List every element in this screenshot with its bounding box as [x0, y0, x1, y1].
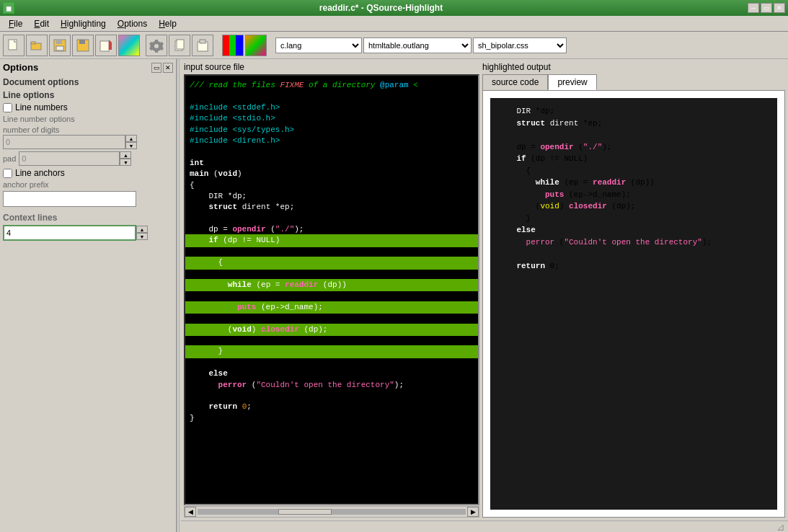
pad-input[interactable]: 0	[19, 151, 120, 166]
save-button[interactable]	[49, 35, 71, 56]
menu-highlighting[interactable]: Highlighting	[55, 17, 112, 30]
svg-rect-5	[56, 40, 62, 44]
pad-spinbox: 0 ▲ ▼	[19, 151, 131, 166]
context-lines-label: Context lines	[3, 213, 173, 223]
svg-rect-3	[31, 42, 35, 44]
output-panel: highlighted output source code preview D…	[482, 62, 785, 518]
input-panel-label: input source file	[184, 62, 479, 72]
panel-close-button[interactable]: ✕	[163, 63, 173, 73]
resize-icon: ⊿	[776, 521, 785, 533]
app-icon: ◼	[3, 2, 14, 14]
svg-rect-10	[109, 43, 112, 50]
window-controls: ─ ▭ ✕	[748, 3, 785, 13]
scroll-right-button[interactable]: ▶	[467, 507, 479, 517]
copy-button[interactable]	[169, 35, 190, 56]
scroll-track[interactable]	[198, 509, 466, 515]
pad-down-button[interactable]: ▼	[120, 159, 131, 166]
outlang-combo[interactable]: htmltable.outlang	[363, 37, 472, 53]
window-title: readdir.c* - QSource-Highlight	[14, 3, 748, 13]
svg-rect-8	[79, 40, 85, 44]
new-button[interactable]	[3, 35, 25, 56]
context-down-button[interactable]: ▼	[136, 233, 148, 240]
digits-down-button[interactable]: ▼	[125, 142, 137, 149]
input-code: /// read the files FIXME of a directory …	[185, 76, 478, 428]
svg-rect-9	[100, 41, 109, 51]
line-numbers-label: Line numbers	[15, 102, 68, 112]
css-combo[interactable]: sh_bipolar.css	[473, 37, 567, 53]
options-panel: Options ▭ ✕ Document options Line option…	[0, 59, 177, 532]
digits-label: number of digits	[3, 125, 173, 134]
titlebar: ◼ readdir.c* - QSource-Highlight ─ ▭ ✕	[0, 0, 788, 16]
open-button[interactable]	[26, 35, 48, 56]
color-button[interactable]	[118, 35, 140, 56]
paste-button[interactable]	[192, 35, 213, 56]
context-up-button[interactable]: ▲	[136, 226, 148, 233]
pad-spin-buttons: ▲ ▼	[120, 151, 131, 166]
minimize-button[interactable]: ─	[748, 3, 759, 13]
svg-rect-0	[9, 40, 17, 50]
pad-up-button[interactable]: ▲	[120, 151, 131, 159]
pad-label: pad	[3, 154, 16, 163]
scroll-left-button[interactable]: ◀	[185, 507, 196, 517]
svg-rect-6	[56, 46, 63, 50]
digits-up-button[interactable]: ▲	[125, 135, 137, 142]
line-number-options-row: Line number options	[3, 115, 173, 123]
preview-code: DIR *dp; struct dirent *ep; dp = opendir…	[497, 105, 770, 272]
line-options-title[interactable]: Line options	[3, 90, 173, 100]
context-lines-spin-buttons: ▲ ▼	[136, 226, 148, 240]
export-button[interactable]	[95, 35, 117, 56]
output-content: DIR *dp; struct dirent *ep; dp = opendir…	[482, 91, 785, 518]
digits-spinbox: 0 ▲ ▼	[3, 135, 173, 149]
context-lines-input[interactable]: 4	[3, 225, 136, 241]
digits-row: number of digits 0 ▲ ▼	[3, 125, 173, 149]
close-button[interactable]: ✕	[774, 3, 785, 13]
digits-spin-buttons: ▲ ▼	[125, 135, 137, 149]
input-editor[interactable]: /// read the files FIXME of a directory …	[184, 74, 479, 505]
main-area: Options ▭ ✕ Document options Line option…	[0, 59, 788, 532]
color1-button[interactable]	[222, 35, 244, 56]
settings-button[interactable]	[146, 35, 167, 56]
menu-help[interactable]: Help	[153, 17, 182, 30]
saveas-button[interactable]	[72, 35, 94, 56]
menu-options[interactable]: Options	[112, 17, 153, 30]
svg-rect-15	[200, 40, 205, 43]
svg-rect-13	[177, 40, 184, 49]
content-panels: input source file /// read the files FIX…	[181, 59, 788, 520]
resize-grip: ⊿	[181, 520, 788, 532]
color2-button[interactable]	[245, 35, 267, 56]
input-scrollbar[interactable]: ◀ ▶	[184, 506, 479, 518]
input-panel: input source file /// read the files FIX…	[184, 62, 479, 518]
toolbar: c.lang htmltable.outlang sh_bipolar.css	[0, 32, 788, 59]
line-number-options-label: Line number options	[3, 115, 173, 123]
panel-buttons: ▭ ✕	[151, 63, 173, 73]
pad-row: pad 0 ▲ ▼	[3, 151, 173, 166]
tab-preview[interactable]: preview	[548, 74, 596, 90]
options-title: Options	[3, 62, 38, 73]
line-numbers-row: Line numbers	[3, 102, 173, 112]
menu-edit[interactable]: Edit	[28, 17, 55, 30]
output-tabs: source code preview	[482, 74, 785, 91]
panel-header: Options ▭ ✕	[3, 62, 173, 73]
line-anchors-label: Line anchors	[15, 168, 65, 178]
restore-button[interactable]: ▭	[761, 3, 772, 13]
lang-combo[interactable]: c.lang	[275, 37, 362, 53]
document-options-title[interactable]: Document options	[3, 77, 173, 87]
context-lines-row: Context lines 4 ▲ ▼	[3, 213, 173, 241]
context-lines-spinbox: 4 ▲ ▼	[3, 225, 173, 241]
preview-area: DIR *dp; struct dirent *ep; dp = opendir…	[490, 98, 777, 510]
menu-file[interactable]: File	[3, 17, 28, 30]
line-anchors-checkbox[interactable]	[3, 169, 12, 178]
svg-point-11	[154, 44, 159, 48]
line-numbers-checkbox[interactable]	[3, 103, 12, 112]
menubar: File Edit Highlighting Options Help	[0, 16, 788, 32]
right-area: input source file /// read the files FIX…	[181, 59, 788, 532]
panel-restore-button[interactable]: ▭	[151, 63, 161, 73]
anchor-prefix-input[interactable]	[3, 191, 136, 207]
digits-input[interactable]: 0	[3, 135, 125, 149]
output-panel-label: highlighted output	[482, 62, 785, 72]
line-anchors-row: Line anchors	[3, 168, 173, 178]
scroll-thumb	[278, 509, 332, 515]
anchor-prefix-label: anchor prefix	[3, 180, 173, 189]
anchor-prefix-row: anchor prefix	[3, 180, 173, 207]
tab-source-code[interactable]: source code	[482, 74, 548, 90]
